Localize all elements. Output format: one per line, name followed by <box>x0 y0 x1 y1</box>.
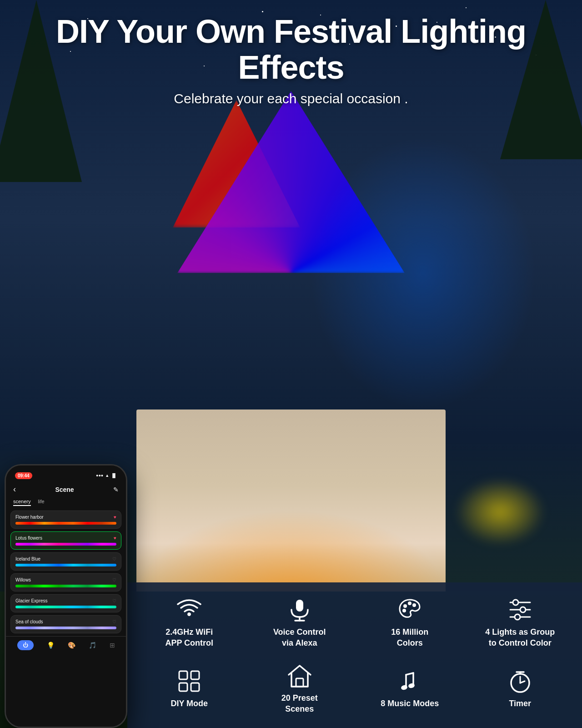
blue-glow <box>309 136 537 410</box>
phone-frame: 09:44 ●●● ▲ ▐▌ ‹ Scene ✎ scenery life <box>5 464 127 728</box>
feature-colors: 16 MillionColors <box>357 592 463 653</box>
power-button[interactable]: ⏻ <box>17 640 34 650</box>
scene-name: Glacier Express <box>15 598 116 603</box>
bulb-nav-icon[interactable]: 💡 <box>47 642 55 649</box>
voice-label: Voice Controlvia Alexa <box>273 627 326 648</box>
wifi-label: 2.4GHz WiFiAPP Control <box>165 627 213 648</box>
scene-card-willows[interactable]: Willows ♡ <box>10 573 121 592</box>
header-section: DIY Your Own Festival Lighting Effects C… <box>0 14 582 106</box>
signal-icon: ●●● <box>96 473 103 478</box>
phone-bottom-nav: ⏻ 💡 🎨 🎵 ⊞ <box>6 636 126 654</box>
status-bar: 09:44 ●●● ▲ ▐▌ <box>6 465 126 482</box>
scene-list: Flower harbor ♥ Lotus flowers ♥ Iceland … <box>6 508 126 636</box>
scene-heart-icon[interactable]: ♡ <box>112 556 116 561</box>
svg-point-6 <box>402 609 406 612</box>
battery-icon: ▐▌ <box>111 473 117 478</box>
phone-screen: 09:44 ●●● ▲ ▐▌ ‹ Scene ✎ scenery life <box>6 465 126 727</box>
scene-heart-icon[interactable]: ♥ <box>114 515 116 520</box>
scene-card-sea-clouds[interactable]: Sea of clouds ♡ <box>10 615 121 633</box>
scene-heart-icon[interactable]: ♡ <box>112 577 116 582</box>
app-scene-title: Scene <box>55 486 74 493</box>
feature-voice: Voice Controlvia Alexa <box>247 592 353 653</box>
feature-scenes: 20 PresetScenes <box>247 657 353 719</box>
scene-name: Flower harbor <box>15 515 116 520</box>
music-icon <box>396 667 423 695</box>
color-wave <box>15 627 116 629</box>
scene-heart-icon[interactable]: ♡ <box>112 598 116 603</box>
grid-icon <box>176 667 203 695</box>
wifi-status-icon: ▲ <box>105 473 109 478</box>
tab-life[interactable]: life <box>38 499 45 506</box>
back-button[interactable]: ‹ <box>13 485 16 494</box>
svg-rect-15 <box>179 683 187 691</box>
svg-point-3 <box>403 604 407 608</box>
music-nav-icon[interactable]: 🎵 <box>89 642 96 649</box>
scene-heart-icon[interactable]: ♡ <box>112 619 116 624</box>
scene-card-glacier[interactable]: Glacier Express ♡ <box>10 594 121 612</box>
scene-name: Lotus flowers <box>15 536 116 541</box>
scene-card-lotus[interactable]: Lotus flowers ♥ <box>10 531 121 550</box>
mic-icon <box>286 596 313 623</box>
scene-card-iceland-blue[interactable]: Iceland Blue ♡ <box>10 552 121 571</box>
feature-music: 8 Music Modes <box>357 657 463 719</box>
svg-point-10 <box>520 607 526 612</box>
color-wave <box>15 543 116 546</box>
svg-rect-13 <box>179 671 187 679</box>
svg-point-8 <box>513 600 518 605</box>
scene-heart-icon[interactable]: ♥ <box>114 536 116 541</box>
scenes-label: 20 PresetScenes <box>281 693 318 714</box>
tab-scenery[interactable]: scenery <box>13 499 31 506</box>
status-icons: ●●● ▲ ▐▌ <box>96 473 117 478</box>
scene-card-flower-harbor[interactable]: Flower harbor ♥ <box>10 511 121 529</box>
svg-point-5 <box>412 603 416 607</box>
palette-nav-icon[interactable]: 🎨 <box>68 642 75 649</box>
svg-rect-14 <box>191 671 199 679</box>
status-time: 09:44 <box>15 472 32 479</box>
sub-title: Celebrate your each special occasion . <box>0 91 582 106</box>
color-wave <box>15 606 116 608</box>
group-label: 4 Lights as Groupto Control Color <box>485 627 555 648</box>
music-label: 8 Music Modes <box>381 698 439 709</box>
scene-name: Willows <box>15 577 116 582</box>
feature-wifi: 2.4GHz WiFiAPP Control <box>136 592 242 653</box>
grid-nav-icon[interactable]: ⊞ <box>110 642 115 649</box>
feature-group: 4 Lights as Groupto Control Color <box>467 592 573 653</box>
svg-point-4 <box>408 602 411 605</box>
svg-rect-17 <box>296 678 303 687</box>
color-wave <box>15 522 116 525</box>
svg-point-12 <box>515 614 520 620</box>
diy-label: DIY Mode <box>171 698 208 709</box>
app-header: ‹ Scene ✎ <box>6 482 126 497</box>
home-icon <box>286 662 313 689</box>
svg-rect-16 <box>191 683 199 691</box>
features-panel: 2.4GHz WiFiAPP Control Voice Controlvia … <box>127 582 582 728</box>
colors-label: 16 MillionColors <box>391 627 428 648</box>
palette-icon <box>396 596 423 623</box>
phone-container: 09:44 ●●● ▲ ▐▌ ‹ Scene ✎ scenery life <box>5 464 127 728</box>
timer-icon <box>507 667 534 695</box>
edit-button[interactable]: ✎ <box>113 486 119 493</box>
feature-timer: Timer <box>467 657 573 719</box>
scene-name: Sea of clouds <box>15 619 116 624</box>
color-wave <box>15 564 116 566</box>
main-title: DIY Your Own Festival Lighting Effects <box>0 14 582 86</box>
color-wave <box>15 585 116 587</box>
feature-diy: DIY Mode <box>136 657 242 719</box>
timer-label: Timer <box>509 698 531 709</box>
tab-row: scenery life <box>6 497 126 508</box>
sliders-icon <box>507 596 534 623</box>
wifi-icon <box>176 596 203 623</box>
svg-rect-0 <box>296 600 303 612</box>
svg-line-20 <box>406 673 413 675</box>
scene-name: Iceland Blue <box>15 556 116 561</box>
yellow-lights <box>455 478 546 546</box>
